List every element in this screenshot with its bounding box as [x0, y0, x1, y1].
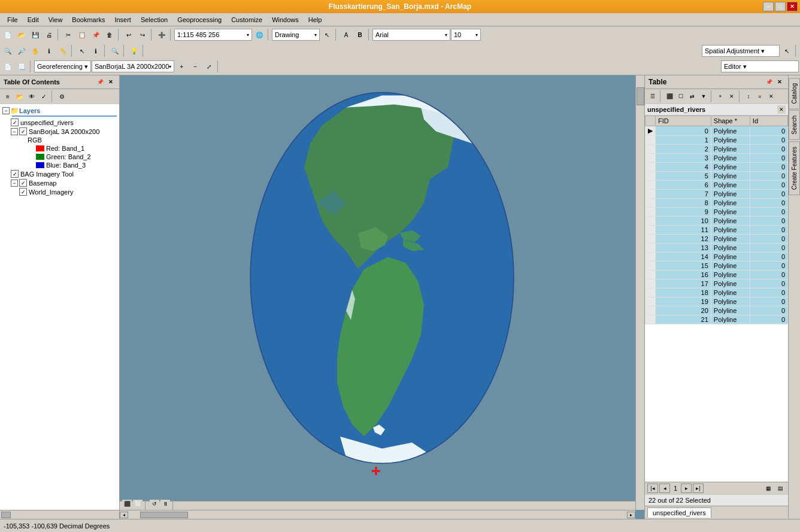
prev-record[interactable]: ◂ — [659, 484, 670, 493]
zoom-out-button[interactable]: 🔎 — [15, 44, 28, 57]
pan-button[interactable]: ✋ — [29, 44, 42, 57]
redo-button[interactable]: ↪ — [136, 28, 149, 41]
table-row[interactable]: 1Polyline0 — [646, 136, 788, 145]
cut-button[interactable]: ✂ — [62, 28, 75, 41]
menu-windows[interactable]: Windows — [267, 15, 304, 25]
text-tool[interactable]: A — [340, 28, 353, 41]
georeferencing-dropdown[interactable]: Georeferencing ▾ — [34, 60, 91, 72]
menu-help[interactable]: Help — [304, 15, 327, 25]
menu-view[interactable]: View — [44, 15, 68, 25]
print-button[interactable]: 🖨 — [43, 28, 56, 41]
undo-button[interactable]: ↩ — [122, 28, 135, 41]
full-extent-button[interactable]: 🌐 — [253, 28, 266, 41]
toc-select-view[interactable]: ✓ — [38, 91, 49, 102]
table-row[interactable]: 16Polyline0 — [646, 270, 788, 279]
table-add-field[interactable]: + — [715, 91, 726, 102]
scale-dropdown[interactable]: 1:115 485 256 ▾ — [174, 29, 252, 41]
georef-layer-dropdown[interactable]: SanBorjaL 3A 2000x2000 ▾ — [92, 60, 174, 72]
table-row[interactable]: 8Polyline0 — [646, 199, 788, 208]
table-row[interactable]: 18Polyline0 — [646, 288, 788, 297]
delete-button[interactable]: 🗑 — [103, 28, 116, 41]
move-ctrl-pt[interactable]: ⤢ — [202, 60, 216, 73]
table-row[interactable]: 11Polyline0 — [646, 226, 788, 235]
spatial-adj-dropdown[interactable]: Spatial Adjustment ▾ — [702, 45, 780, 57]
info-button[interactable]: ℹ — [89, 44, 102, 57]
menu-customize[interactable]: Customize — [226, 15, 267, 25]
table-select-all[interactable]: ⬛ — [664, 91, 675, 102]
measure-button[interactable]: 📏 — [56, 44, 69, 57]
zoom-in-button[interactable]: 🔍 — [1, 44, 14, 57]
table-row[interactable]: 13Polyline0 — [646, 244, 788, 253]
menu-geoprocessing[interactable]: Geoprocessing — [172, 15, 226, 25]
copy-button[interactable]: 📋 — [75, 28, 89, 41]
checkbox-world-imagery[interactable] — [19, 188, 27, 196]
spatial-adj-btn1[interactable]: ↖ — [780, 44, 793, 57]
add-data-button[interactable]: ➕ — [155, 28, 168, 41]
tree-item-bag[interactable]: BAG Imagery Tool — [0, 169, 119, 178]
table-row[interactable]: 2Polyline0 — [646, 145, 788, 154]
table-row[interactable]: 10Polyline0 — [646, 217, 788, 226]
map-icon-3[interactable]: ↺ — [150, 500, 159, 508]
data-view[interactable]: 📄 — [1, 60, 14, 73]
table-pin-button[interactable]: 📌 — [764, 77, 774, 87]
table-layer-close[interactable]: ✕ — [777, 105, 786, 114]
search-tab[interactable]: Search — [789, 110, 800, 140]
table-row[interactable]: 5Polyline0 — [646, 172, 788, 181]
toc-source-view[interactable]: 📂 — [14, 91, 25, 102]
checkbox-sanborja[interactable] — [19, 127, 27, 135]
table-row[interactable]: 6Polyline0 — [646, 181, 788, 190]
add-ctrl-pt[interactable]: + — [175, 60, 188, 73]
menu-edit[interactable]: Edit — [23, 15, 44, 25]
checkbox-rivers[interactable] — [11, 118, 19, 126]
col-id[interactable]: Id — [750, 116, 787, 126]
table-row[interactable]: 15Polyline0 — [646, 262, 788, 270]
identify-button[interactable]: ℹ — [43, 44, 56, 57]
table-row[interactable]: 21Polyline0 — [646, 315, 788, 324]
first-record[interactable]: |◂ — [647, 484, 658, 493]
col-shape[interactable]: Shape * — [711, 116, 750, 126]
h-scroll-right[interactable]: ▸ — [627, 512, 635, 518]
menu-selection[interactable]: Selection — [136, 15, 172, 25]
toc-scrollbar[interactable] — [0, 510, 119, 519]
checkbox-basemap[interactable] — [19, 179, 27, 187]
menu-file[interactable]: File — [2, 15, 23, 25]
table-menu-btn[interactable]: ☰ — [647, 91, 658, 102]
paste-button[interactable]: 📌 — [89, 28, 102, 41]
tree-layers-root[interactable]: − 📁 Layers — [0, 107, 119, 115]
table-row[interactable]: 17Polyline0 — [646, 279, 788, 288]
table-sort[interactable]: ↕ — [743, 91, 754, 102]
table-close-button[interactable]: ✕ — [775, 77, 784, 87]
toc-pin-button[interactable]: 📌 — [95, 77, 105, 87]
table-row[interactable]: 4Polyline0 — [646, 163, 788, 172]
table-row[interactable]: 7Polyline0 — [646, 190, 788, 199]
del-ctrl-pt[interactable]: − — [189, 60, 202, 73]
table-row[interactable]: 9Polyline0 — [646, 208, 788, 217]
table-row[interactable]: 3Polyline0 — [646, 154, 788, 163]
layer-tab[interactable]: unspecified_rivers — [647, 507, 711, 518]
table-calc[interactable]: = — [754, 91, 765, 102]
expand-layers[interactable]: − — [2, 107, 10, 114]
h-scroll-left[interactable]: ◂ — [120, 512, 128, 518]
map-icon-4[interactable]: ⏸ — [160, 500, 170, 508]
layout-view[interactable]: 📃 — [15, 60, 28, 73]
catalog-tab[interactable]: Catalog — [789, 78, 800, 109]
tree-item-world-imagery[interactable]: World_Imagery — [0, 187, 119, 196]
table-row[interactable]: 19Polyline0 — [646, 297, 788, 306]
editor-dropdown[interactable]: Editor ▾ — [721, 60, 799, 72]
expand-basemap[interactable]: − — [11, 180, 18, 187]
next-record[interactable]: ▸ — [681, 484, 692, 493]
expand-sanborja[interactable]: − — [11, 128, 18, 135]
new-button[interactable]: 📄 — [1, 28, 14, 41]
map-icon-2[interactable]: ⬜ — [133, 500, 143, 508]
menu-insert[interactable]: Insert — [110, 15, 136, 25]
checkbox-bag[interactable] — [11, 170, 19, 178]
font-dropdown[interactable]: Arial ▾ — [372, 29, 450, 41]
table-switch-sel[interactable]: ⇄ — [687, 91, 698, 102]
table-row[interactable]: 14Polyline0 — [646, 253, 788, 262]
save-button[interactable]: 💾 — [29, 28, 42, 41]
find-button[interactable]: 🔍 — [108, 44, 122, 57]
table-delete-field[interactable]: ✕ — [726, 91, 737, 102]
last-record[interactable]: ▸| — [693, 484, 704, 493]
arrow-tool[interactable]: ↖ — [75, 44, 89, 57]
menu-bookmarks[interactable]: Bookmarks — [67, 15, 110, 25]
